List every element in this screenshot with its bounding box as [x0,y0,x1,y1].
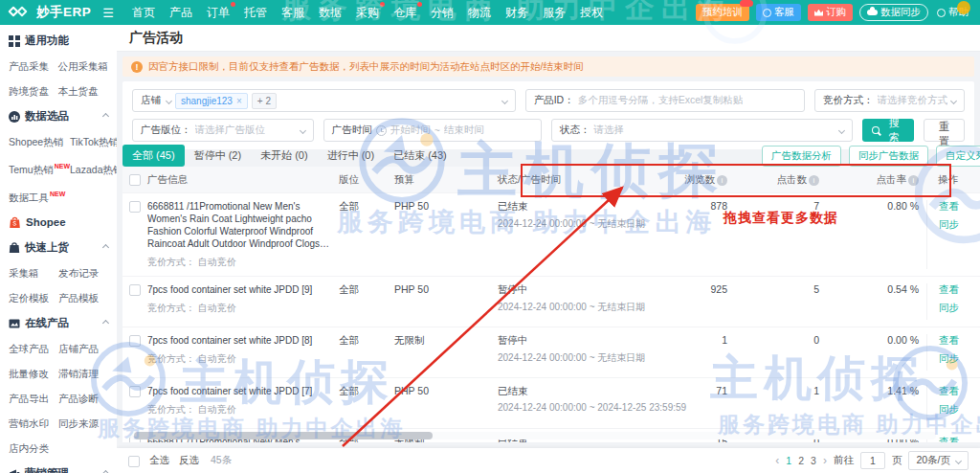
view-link[interactable]: 查看 [939,385,972,398]
sync-ad-data-button[interactable]: 同步广告数据 [849,146,928,167]
sidebar-section-marketing[interactable]: 营销管理 [9,461,108,473]
nav-item-products[interactable]: 产品 [169,5,192,21]
sync-link[interactable]: 同步 [939,218,972,232]
sidebar-item-tiktok-hot[interactable]: TikTok热销 [70,129,117,154]
page-1-button[interactable]: 1 [786,455,791,466]
goto-page-input[interactable] [860,452,885,469]
nav-item-warehouse[interactable]: 仓库 [393,5,416,21]
sidebar-item-temu-hot[interactable]: Temu热销NEW [9,154,70,182]
nav-item-authorization[interactable]: 授权 [580,5,603,21]
row-checkbox[interactable] [129,335,141,347]
custom-columns-button[interactable]: 自定义列 [936,146,980,167]
tab-paused[interactable]: 暂停中 (2) [185,145,252,167]
row-checkbox[interactable] [129,386,141,397]
view-link[interactable]: 查看 [939,436,972,442]
nav-item-services[interactable]: 服务 [543,5,566,21]
bid-type-select[interactable]: 竞价方式： 请选择竞价方式 [814,89,965,112]
footer-select-all-checkbox[interactable] [128,456,140,467]
tab-ended[interactable]: 已结束 (43) [384,145,457,167]
sidebar-item-marketing-watermark[interactable]: 营销水印 [9,411,58,436]
nav-item-customer-service[interactable]: 客服 [281,5,304,21]
invert-selection-label[interactable]: 反选 [179,454,199,467]
select-all-label[interactable]: 全选 [149,454,169,467]
product-id-input[interactable]: 产品ID： 多个用逗号分隔，支持Excel复制粘贴 [525,89,805,112]
view-link[interactable]: 查看 [939,200,972,214]
reset-button[interactable]: 重置 [924,119,965,142]
nav-item-logistics[interactable]: 物流 [468,5,491,21]
menu-collapse-icon[interactable]: ☰ [102,6,114,20]
prev-page-button[interactable]: ‹ [775,454,779,467]
view-link[interactable]: 查看 [939,283,972,297]
sidebar-item-shopee-hot[interactable]: Shopee热销 [9,129,70,154]
shop-select[interactable]: 店铺 shangjie123× + 2 [132,89,516,112]
nav-item-home[interactable]: 首页 [132,5,155,21]
scrollbar-thumb[interactable] [134,432,433,439]
sidebar-item-slow-moving-cleanup[interactable]: 滞销清理 [58,361,108,386]
remove-tag-icon[interactable]: × [236,96,242,106]
info-icon[interactable] [809,175,819,186]
sync-link[interactable]: 同步 [939,302,972,315]
collapse-icon[interactable] [102,244,109,251]
subscribe-button[interactable]: 订购 [808,4,853,21]
sidebar-item-shop-categories[interactable]: 店内分类 [9,436,58,461]
sidebar-item-local-supply[interactable]: 本土货盘 [58,79,109,103]
tab-not-started[interactable]: 未开始 (0) [251,145,318,167]
sidebar-item-publish-records[interactable]: 发布记录 [58,260,108,285]
sidebar-item-data-tools[interactable]: 数据工具NEW [9,182,70,210]
collapse-icon[interactable] [102,113,109,120]
shop-more-tag[interactable]: + 2 [252,93,277,109]
sidebar-item-public-collect-box[interactable]: 公用采集箱 [58,54,109,79]
sidebar-item-product-template[interactable]: 产品模板 [58,285,108,310]
sidebar-item-product-export[interactable]: 产品导出 [9,386,58,411]
nav-item-finance[interactable]: 财务 [505,5,528,21]
select-all-checkbox[interactable] [129,174,141,186]
sidebar-section-online-products[interactable]: 在线产品 [9,310,108,336]
nav-item-distribution[interactable]: 分销 [431,5,454,21]
sidebar-item-shop-products[interactable]: 店铺产品 [58,336,108,361]
help-button[interactable]: 帮助 [935,4,970,21]
row-checkbox[interactable] [129,284,141,296]
page-3-button[interactable]: 3 [811,455,816,466]
sidebar-item-product-collect[interactable]: 产品采集 [9,54,58,79]
sync-link[interactable]: 同步 [939,403,972,417]
data-sync-button[interactable]: 数据同步 [859,4,928,21]
info-icon[interactable] [717,175,727,186]
sidebar-item-global-products[interactable]: 全球产品 [9,336,58,361]
view-link[interactable]: 查看 [939,334,972,348]
clicks-value: 1 [735,385,827,421]
page-size-select[interactable]: 20条/页 [908,451,969,470]
nav-item-data[interactable]: 数据 [319,5,342,21]
nav-item-purchasing[interactable]: 采购 [356,5,379,21]
sidebar-item-collect-box[interactable]: 采集箱 [9,260,58,285]
sidebar-item-pricing-template[interactable]: 定价模板 [9,285,58,310]
training-button[interactable]: 预约培训 [696,4,749,21]
ad-time-range-picker[interactable]: 广告时间 开始时间 ~ 结束时间 [323,119,542,142]
sidebar-section-quick-listing[interactable]: 快速上货 [9,235,108,260]
app-logo[interactable]: 妙手ERP [10,4,91,21]
sidebar-item-crossborder-supply[interactable]: 跨境货盘 [9,79,58,103]
row-checkbox[interactable] [129,201,141,213]
range-separator: ~ [434,124,440,136]
sync-link[interactable]: 同步 [939,352,972,366]
sidebar-section-shopee-platform[interactable]: Shopee [9,209,108,235]
collapse-icon[interactable] [102,320,109,327]
sidebar-item-product-diagnosis[interactable]: 产品诊断 [58,386,108,411]
search-button[interactable]: 搜索 [862,119,914,142]
nav-item-orders[interactable]: 订单 [207,5,230,21]
sidebar-section-data-selection[interactable]: 数据选品 [9,103,108,129]
customer-service-button[interactable]: 客服 [756,4,801,21]
sidebar-item-sync-source[interactable]: 同步来源 [58,411,108,436]
nav-item-hosting[interactable]: 托管 [244,5,267,21]
views-value: 925 [660,283,735,320]
tab-ongoing[interactable]: 进行中 (0) [318,145,385,167]
info-icon[interactable] [908,175,919,186]
page-2-button[interactable]: 2 [798,455,804,466]
tab-all[interactable]: 全部 (45) [122,145,185,167]
status-select[interactable]: 状态： 请选择 [551,119,853,142]
next-page-button[interactable]: › [823,454,827,467]
placement-value: 全部 [339,334,394,371]
ad-placement-select[interactable]: 广告版位： 请选择广告版位 [132,119,314,142]
sidebar-item-lazada-hot[interactable]: Lazada热销NEW [70,154,117,182]
ad-data-analysis-button[interactable]: 广告数据分析 [762,146,841,167]
sidebar-item-batch-edit[interactable]: 批量修改 [9,361,58,386]
